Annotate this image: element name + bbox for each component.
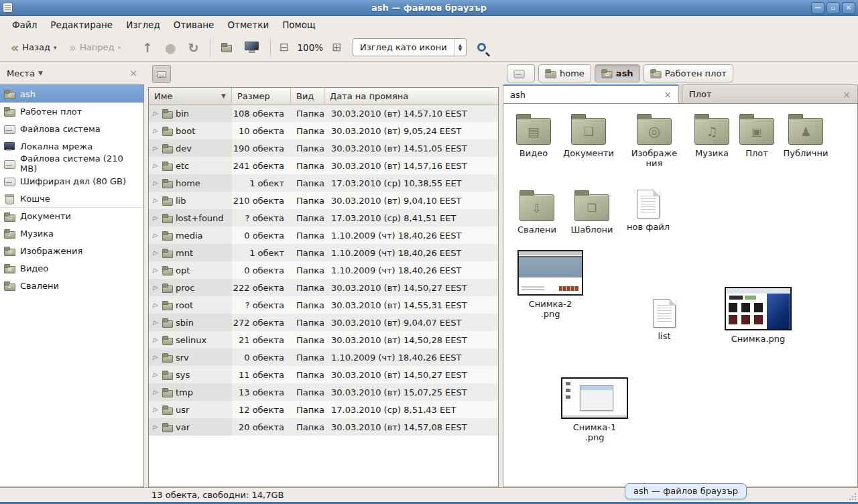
icon-view[interactable]: Видео Документи Изображения Музика <box>503 103 858 487</box>
expander-icon[interactable]: ▷ <box>153 319 160 326</box>
forward-button[interactable]: » Напред ▾ <box>63 38 126 57</box>
icon-grid-item[interactable]: Публични <box>778 113 834 158</box>
tab-close-icon[interactable]: × <box>664 89 672 100</box>
column-header-type[interactable]: Вид <box>291 88 324 104</box>
breadcrumb-button[interactable]: home <box>538 64 591 82</box>
expander-icon[interactable]: ▷ <box>153 127 160 134</box>
selinux[interactable]: ▷ selinux 21 обекта Папка 30.03.2010 (вт… <box>149 331 498 349</box>
expander-icon[interactable]: ▷ <box>153 424 160 430</box>
breadcrumb-button[interactable] <box>507 64 535 82</box>
sidebar-item[interactable]: Кошче <box>0 190 143 207</box>
srv[interactable]: ▷ srv 0 обекта Папка 1.10.2009 (чт) 18,4… <box>149 349 498 366</box>
media[interactable]: ▷ media 0 обекта Папка 1.10.2009 (чт) 18… <box>149 227 498 244</box>
menu-item[interactable]: Отиване <box>167 17 221 33</box>
back-dropdown-icon[interactable]: ▾ <box>54 44 57 51</box>
home-button[interactable] <box>216 39 238 56</box>
sidebar-item[interactable]: Свалени <box>0 277 143 294</box>
resize-grip[interactable] <box>849 493 856 500</box>
back-button[interactable]: « Назад ▾ <box>5 38 62 57</box>
sidebar-item[interactable]: Локална мрежа <box>0 137 143 155</box>
sbin[interactable]: ▷ sbin 272 обекта Папка 30.03.2010 (вт) … <box>149 314 498 331</box>
sidebar-item[interactable]: Работен плот <box>0 103 143 120</box>
expander-icon[interactable]: ▷ <box>153 232 160 239</box>
icon-grid-item[interactable]: Снимка-2.png <box>517 250 584 319</box>
search-icon[interactable] <box>477 43 486 52</box>
expander-icon[interactable]: ▷ <box>153 197 160 204</box>
icon-grid-item[interactable]: Изображения <box>626 113 682 168</box>
menu-item[interactable]: Изглед <box>119 17 167 33</box>
expander-icon[interactable]: ▷ <box>153 354 160 361</box>
var[interactable]: ▷ var 20 обекта Папка 30.03.2010 (вт) 14… <box>149 418 498 436</box>
up-button[interactable]: ↑ <box>137 38 158 57</box>
filesystem-root-button[interactable] <box>152 65 171 83</box>
column-header-size[interactable]: Размер <box>232 88 291 104</box>
expander-icon[interactable]: ▷ <box>153 302 160 308</box>
column-header-date[interactable]: Дата на промяна <box>324 88 498 104</box>
icon-grid-item[interactable]: Свалени <box>509 190 565 235</box>
breadcrumb-button[interactable]: ash <box>595 64 640 82</box>
computer-button[interactable] <box>239 38 265 57</box>
chevron-down-icon[interactable]: ▼ <box>38 70 43 76</box>
root[interactable]: ▷ root ? обекта Папка 30.03.2010 (вт) 14… <box>149 296 498 314</box>
sidebar-item[interactable]: Изображения <box>0 242 143 259</box>
expander-icon[interactable]: ▷ <box>153 406 160 413</box>
sidebar-item[interactable]: ash <box>0 85 143 103</box>
zoom-out-button[interactable]: ⊟ <box>276 40 292 55</box>
reload-button[interactable]: ↻ <box>183 38 204 57</box>
sidebar-item[interactable]: Файлова система <box>0 120 143 137</box>
sidebar-item[interactable]: Видео <box>0 259 143 277</box>
column-header-name[interactable]: Име▼ <box>149 88 232 104</box>
expander-icon[interactable]: ▷ <box>153 110 160 117</box>
sidebar-item[interactable]: Музика <box>0 225 143 242</box>
expander-icon[interactable]: ▷ <box>153 145 160 151</box>
minimize-button[interactable]: — <box>811 2 824 14</box>
icon-grid-item[interactable]: Шаблони <box>564 190 620 235</box>
expander-icon[interactable]: ▷ <box>153 389 160 395</box>
sidebar-title[interactable]: Места <box>7 68 35 78</box>
icon-grid-item[interactable]: Снимка-1.png <box>561 377 628 442</box>
expander-icon[interactable]: ▷ <box>153 371 160 378</box>
expander-icon[interactable]: ▷ <box>153 214 160 221</box>
tab-close-icon[interactable]: × <box>843 89 851 100</box>
lib[interactable]: ▷ lib 210 обекта Папка 30.03.2010 (вт) 9… <box>149 192 498 209</box>
expander-icon[interactable]: ▷ <box>153 162 160 169</box>
home[interactable]: ▷ home 1 обект Папка 17.03.2010 (ср) 10,… <box>149 174 498 192</box>
breadcrumb-button[interactable]: Работен плот <box>644 64 733 82</box>
opt[interactable]: ▷ opt 0 обекта Папка 1.10.2009 (чт) 18,4… <box>149 261 498 279</box>
expander-icon[interactable]: ▷ <box>153 180 160 186</box>
icon-grid-item[interactable]: Снимка.png <box>725 287 792 344</box>
icon-grid-item[interactable]: Плот <box>729 113 785 158</box>
boot[interactable]: ▷ boot 10 обекта Папка 30.03.2010 (вт) 9… <box>149 122 498 139</box>
close-button[interactable]: ✕ <box>842 2 855 14</box>
proc[interactable]: ▷ proc 222 обекта Папка 30.03.2010 (вт) … <box>149 279 498 296</box>
expander-icon[interactable]: ▷ <box>153 284 160 291</box>
tab[interactable]: Плот × <box>682 84 858 103</box>
menu-item[interactable]: Файл <box>5 17 44 33</box>
lost+found[interactable]: ▷ lost+found ? обекта Папка 17.03.2010 (… <box>149 209 498 227</box>
sys[interactable]: ▷ sys 11 обекта Папка 30.03.2010 (вт) 14… <box>149 366 498 383</box>
icon-grid-item[interactable]: Документи <box>560 113 617 158</box>
menu-item[interactable]: Помощ <box>275 17 322 33</box>
mnt[interactable]: ▷ mnt 1 обект Папка 1.10.2009 (чт) 18,40… <box>149 244 498 261</box>
sidebar-item[interactable]: Файлова система (210 MB) <box>0 155 143 172</box>
dev[interactable]: ▷ dev 190 обекта Папка 30.03.2010 (вт) 1… <box>149 139 498 157</box>
tmp[interactable]: ▷ tmp 13 обекта Папка 30.03.2010 (вт) 15… <box>149 383 498 401</box>
maximize-button[interactable]: ▫ <box>826 2 840 14</box>
expander-icon[interactable]: ▷ <box>153 336 160 343</box>
usr[interactable]: ▷ usr 12 обекта Папка 17.03.2010 (ср) 8,… <box>149 401 498 418</box>
tab[interactable]: ash × <box>503 84 679 103</box>
zoom-in-button[interactable]: ⊞ <box>328 40 345 55</box>
expander-icon[interactable]: ▷ <box>153 249 160 256</box>
sidebar-item[interactable]: Документи <box>0 207 143 225</box>
menu-item[interactable]: Отметки <box>221 17 275 33</box>
view-mode-select[interactable]: Изглед като икони ▲▼ <box>353 38 467 56</box>
sidebar-item[interactable]: Шифриран дял (80 GB) <box>0 172 143 190</box>
etc[interactable]: ▷ etc 241 обекта Папка 30.03.2010 (вт) 1… <box>149 157 498 174</box>
sidebar-close-icon[interactable]: × <box>129 68 137 78</box>
expander-icon[interactable]: ▷ <box>153 267 160 273</box>
icon-grid-item[interactable]: Видео <box>505 113 562 158</box>
icon-grid-item[interactable]: нов файл <box>620 188 676 232</box>
bin[interactable]: ▷ bin 108 обекта Папка 30.03.2010 (вт) 1… <box>149 105 498 122</box>
menu-item[interactable]: Редактиране <box>44 17 119 33</box>
icon-grid-item[interactable]: list <box>636 297 692 341</box>
